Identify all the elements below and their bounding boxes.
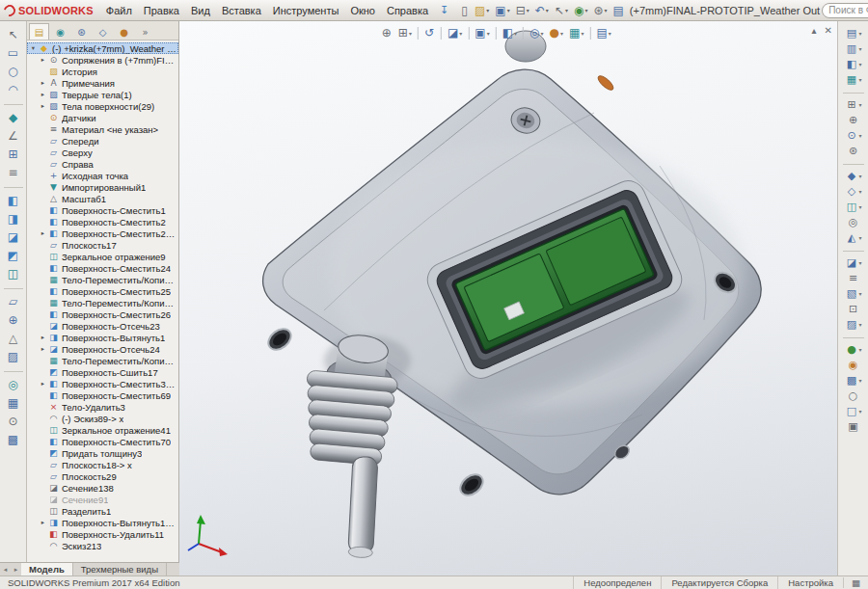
smart-fastener-tool[interactable]: ◎	[846, 214, 860, 229]
expand-arrow-icon[interactable]: ▸	[39, 380, 47, 388]
expand-arrow-icon[interactable]: ▸	[39, 519, 47, 526]
insert-component-tool[interactable]: ◇ ▾	[844, 183, 861, 199]
measure-tool[interactable]: ◎	[2, 375, 25, 393]
close-preview-button[interactable]: ✕	[825, 25, 832, 36]
appearance-target-tool[interactable]: ◉	[846, 357, 860, 372]
mate-tool[interactable]: ◆ ▾	[844, 168, 861, 183]
cable-gland-threads[interactable]	[300, 370, 398, 467]
plane-tool[interactable]: ▱	[2, 292, 25, 310]
tree-item[interactable]: △ Масштаб1	[27, 193, 178, 204]
relations-tool[interactable]: ≡	[2, 163, 25, 181]
configurationmanager-tab[interactable]: ⊛	[71, 23, 92, 40]
panel-tabs-overflow[interactable]: »	[135, 23, 155, 40]
hide-show-items-button[interactable]: ◎ ▾	[527, 24, 547, 41]
open-document-button[interactable]: ▨ ▾	[472, 2, 492, 19]
expand-arrow-icon[interactable]: ▸	[39, 79, 47, 87]
sensor-tool[interactable]: ⊡	[846, 301, 860, 316]
tree-item[interactable]: ▼ Импортированный1	[27, 181, 178, 193]
tab-3d-views[interactable]: Трехмерные виды	[73, 563, 167, 576]
render-tool[interactable]: ● ▾	[844, 341, 861, 357]
tree-item[interactable]: ◪ Поверхность-Отсечь23	[27, 320, 178, 332]
collapse-hud-button[interactable]: ▴	[812, 25, 817, 36]
scene-tool[interactable]: ▦ ▾	[844, 71, 861, 87]
tree-item[interactable]: ◧ Поверхность-Удалить11	[27, 528, 178, 540]
tab-model[interactable]: Модель	[21, 563, 73, 576]
display-style-button[interactable]: ◧ ▾	[500, 24, 520, 41]
previous-view-button[interactable]: ↺	[421, 24, 438, 41]
menu-tools[interactable]: Инструменты	[267, 2, 345, 19]
camera-tool[interactable]: □ ▾	[844, 403, 861, 418]
tree-item[interactable]: ▦ Тело-Переместить/Копиров...	[27, 355, 178, 366]
tree-item[interactable]: ◧ Поверхность-Сместить25	[27, 285, 178, 297]
exploded-view-tool[interactable]: ◭ ▾	[844, 229, 861, 245]
corner-hole-left[interactable]	[264, 325, 295, 354]
zoom-window-tool[interactable]: ⊞ ▾	[844, 96, 861, 112]
view-settings-button[interactable]: ▤ ▾	[593, 24, 613, 41]
expand-arrow-icon[interactable]: ▸	[39, 229, 47, 237]
undo-button[interactable]: ↶ ▾	[532, 2, 552, 19]
tree-item[interactable]: ▸ ◪ Поверхность-Отсечь24	[27, 343, 178, 355]
status-grid-icon[interactable]: ▦	[843, 577, 868, 588]
zoom-area-button[interactable]: ⊞ ▾	[395, 24, 415, 41]
tree-item[interactable]: ▱ Плоскость17	[27, 239, 178, 251]
graphics-area[interactable]: ⊕ ⊞ ▾ ↺	[179, 21, 837, 576]
tree-item[interactable]: ◧ Поверхность-Сместить24	[27, 262, 178, 274]
cable-tube[interactable]	[348, 456, 378, 558]
axis-tool[interactable]: ⊕	[2, 310, 25, 329]
options-button[interactable]: ⊛ ▾	[590, 2, 610, 19]
dimxpertmanager-tab[interactable]: ◇	[93, 23, 113, 40]
revolve-surface-tool[interactable]: ◨	[2, 209, 25, 228]
scale-tool[interactable]: △	[2, 329, 25, 347]
tree-item[interactable]: ▸ A Примечания	[27, 77, 178, 89]
tree-item[interactable]: ▱ Плоскость29	[27, 470, 178, 482]
tree-item[interactable]: ▸ ▨ Твердые тела(1)	[27, 89, 178, 100]
angle-dimension-tool[interactable]: ∠	[2, 126, 25, 145]
tree-item[interactable]: ▸ ◧ Поверхность-Сместить34-> ...	[27, 378, 178, 389]
apply-scene-button[interactable]: ▦ ▾	[566, 24, 586, 41]
section-tool[interactable]: ⊙	[2, 412, 25, 430]
tree-item[interactable]: ◩ Поверхность-Сшить17	[27, 366, 178, 378]
view-options-tool[interactable]: ▣	[846, 418, 860, 434]
tree-item[interactable]: ◫ Разделить1	[27, 505, 178, 517]
menu-window[interactable]: Окно	[344, 2, 381, 19]
mirror-tool[interactable]: ◫	[2, 264, 25, 282]
grid-tool[interactable]: ⊞	[2, 145, 25, 163]
tree-item[interactable]: ◪ Сечение138	[27, 482, 178, 494]
tree-item[interactable]: ◧ Поверхность-Сместить1	[27, 204, 178, 216]
expand-arrow-icon[interactable]: ▸	[39, 345, 47, 353]
corner-hole-bottom[interactable]	[456, 470, 487, 499]
tree-item[interactable]: ▦ Тело-Переместить/Копиров...	[27, 297, 178, 308]
tree-item[interactable]: ◫ Зеркальное отражение41	[27, 424, 178, 436]
zoom-fit-tool[interactable]: ⊕	[846, 112, 860, 127]
tree-item[interactable]: ≡ Материал <не указан>	[27, 123, 178, 135]
tree-item[interactable]: ◪ Сечение91	[27, 494, 178, 505]
select-tool[interactable]: ↖	[2, 25, 25, 43]
menu-view[interactable]: Вид	[185, 2, 216, 19]
expand-arrow-icon[interactable]: ▸	[39, 56, 47, 64]
section-view-tool[interactable]: ◪ ▾	[844, 254, 861, 270]
tree-item[interactable]: ◧ Поверхность-Сместить2	[27, 216, 178, 228]
view-orientation-tool[interactable]: ▤ ▾	[844, 25, 861, 40]
tab-scroll-right[interactable]: ▸	[11, 563, 21, 576]
view-orientation-button[interactable]: ▣ ▾	[472, 24, 492, 41]
pan-tool[interactable]: ⊛	[846, 143, 860, 158]
tree-item[interactable]: ◧ Поверхность-Сместить69	[27, 389, 178, 401]
tree-item[interactable]: ▾ ◆ (-) +krizka(+7mm)_Weather O...	[27, 42, 178, 54]
rotate-view-tool[interactable]: ⊙ ▾	[844, 127, 861, 143]
section-view-button[interactable]: ◪ ▾	[445, 24, 465, 41]
displaymanager-tab[interactable]: ●	[114, 23, 134, 40]
extrude-surface-tool[interactable]: ◧	[2, 191, 25, 209]
tab-scroll-left[interactable]: ◂	[0, 563, 11, 576]
save-button[interactable]: ▣ ▾	[492, 2, 512, 19]
tree-item[interactable]: ▱ Справа	[27, 158, 178, 170]
pin-icon[interactable]: ↧	[436, 4, 452, 16]
tree-item[interactable]: ▸ ◧ Поверхность-Сместить23-> ...	[27, 228, 178, 239]
tree-item[interactable]: ◩ Придать толщину3	[27, 447, 178, 459]
model-canvas[interactable]	[179, 21, 837, 576]
expand-arrow-icon[interactable]: ▸	[39, 334, 47, 341]
new-document-button[interactable]: ▯	[458, 2, 472, 19]
decal-tool[interactable]: ▩ ▾	[844, 372, 861, 388]
rectangle-tool[interactable]: ▭	[2, 43, 25, 62]
tree-item[interactable]: ▱ Сверху	[27, 147, 178, 158]
tree-item[interactable]: ▦ Тело-Переместить/Копиров...	[27, 274, 178, 285]
